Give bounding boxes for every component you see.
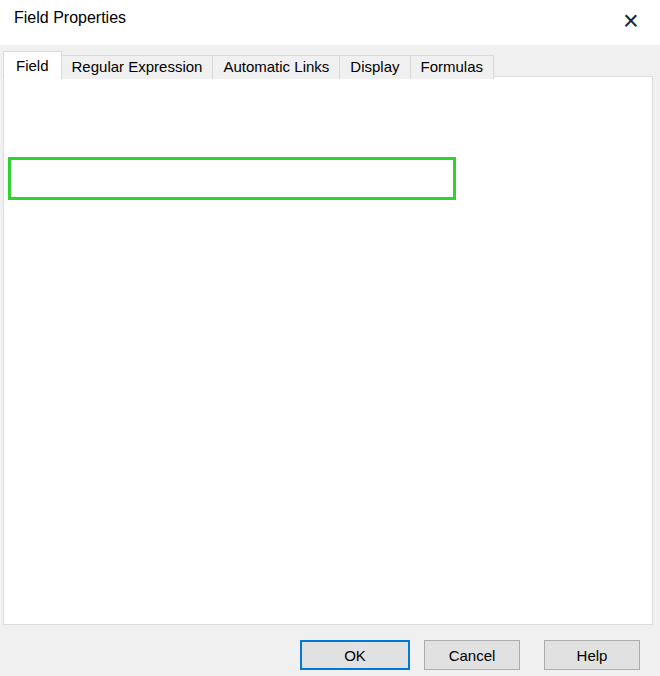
- cancel-button[interactable]: Cancel: [424, 640, 520, 670]
- help-button[interactable]: Help: [544, 640, 640, 670]
- dialog-title: Field Properties: [14, 9, 126, 27]
- tab-strip: Field Regular Expression Automatic Links…: [3, 51, 493, 79]
- tab-field[interactable]: Field: [3, 51, 62, 80]
- close-icon[interactable]: ×: [610, 2, 652, 40]
- tab-page-field: [3, 76, 653, 625]
- tab-automatic-links[interactable]: Automatic Links: [212, 55, 340, 79]
- tab-formulas[interactable]: Formulas: [410, 55, 495, 79]
- titlebar: Field Properties ×: [0, 0, 660, 45]
- tab-regular-expression[interactable]: Regular Expression: [61, 55, 214, 79]
- ok-button[interactable]: OK: [300, 640, 410, 670]
- tab-display[interactable]: Display: [339, 55, 410, 79]
